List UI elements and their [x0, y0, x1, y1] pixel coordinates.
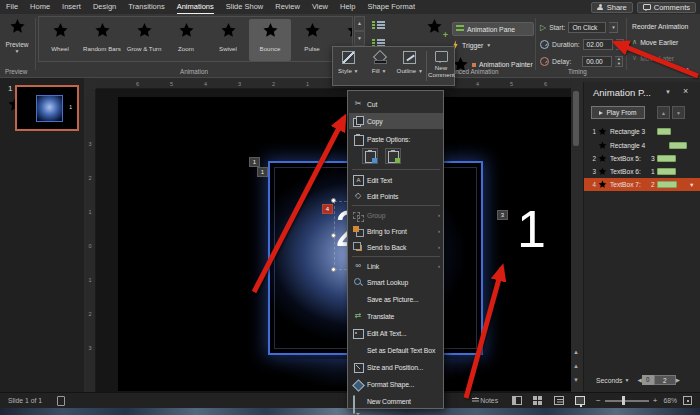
- tab-review[interactable]: Review: [269, 0, 306, 14]
- animation-item-rectangle-4[interactable]: Rectangle 4: [584, 139, 700, 152]
- slide-scrollbar[interactable]: ▲ ▲ ▼: [571, 89, 581, 392]
- selection-handle[interactable]: [331, 198, 336, 203]
- scrollbar-thumb[interactable]: [573, 91, 579, 146]
- duration-input[interactable]: 02.00: [583, 39, 613, 50]
- timeline-start[interactable]: 0: [642, 375, 654, 385]
- effect-random-bars[interactable]: Random Bars: [81, 19, 123, 61]
- seconds-dropdown[interactable]: Seconds: [596, 377, 622, 384]
- timeline-end[interactable]: 2: [654, 375, 676, 385]
- accessibility-icon[interactable]: [56, 396, 65, 405]
- menu-item-edit-alt-text[interactable]: Edit Alt Text...: [349, 325, 443, 341]
- collapse-ribbon-icon[interactable]: ∧: [685, 66, 690, 74]
- effect-swivel[interactable]: Swivel: [207, 19, 249, 61]
- menu-item-set-default-text-box[interactable]: Set as Default Text Box: [349, 342, 443, 358]
- zoom-percent[interactable]: 68%: [663, 397, 677, 404]
- next-slide-button[interactable]: ▼: [571, 377, 581, 383]
- animation-item-textbox-5[interactable]: 2 TextBox 5: 3: [584, 152, 700, 165]
- menu-item-send-to-back[interactable]: Send to Back ›: [349, 239, 443, 255]
- tab-transitions[interactable]: Transitions: [122, 0, 170, 14]
- selection-handle[interactable]: [331, 267, 336, 272]
- previous-slide-button[interactable]: ▲: [571, 363, 581, 369]
- menu-item-format-shape[interactable]: Format Shape...: [349, 376, 443, 392]
- zoom-out-icon[interactable]: −: [596, 397, 601, 405]
- tab-slide-show[interactable]: Slide Show: [220, 0, 270, 14]
- slide-sorter-view-icon[interactable]: [533, 396, 543, 405]
- menu-item-cut[interactable]: ✂ Cut: [349, 96, 443, 112]
- menu-item-size-and-position[interactable]: Size and Position...: [349, 359, 443, 375]
- zoom-slider[interactable]: [605, 400, 649, 402]
- pane-move-down-button[interactable]: ▼: [672, 106, 685, 119]
- notes-button[interactable]: Notes: [480, 397, 498, 404]
- tab-home[interactable]: Home: [24, 0, 56, 14]
- zoom-in-icon[interactable]: +: [653, 397, 658, 405]
- start-dropdown-button[interactable]: ▼: [609, 22, 618, 33]
- fill-button[interactable]: Fill ▼: [364, 47, 395, 85]
- duration-spinner[interactable]: ▲▼: [616, 39, 624, 50]
- gallery-scroll-up[interactable]: ▲: [354, 16, 365, 31]
- effect-grow-turn[interactable]: Grow & Turn: [123, 19, 165, 61]
- move-later-button[interactable]: ∨ Move Later: [632, 54, 674, 62]
- tab-insert[interactable]: Insert: [56, 0, 87, 14]
- tab-help[interactable]: Help: [334, 0, 361, 14]
- effect-pulse[interactable]: Pulse: [291, 19, 333, 61]
- tab-file[interactable]: File: [0, 0, 24, 14]
- animation-order-badge-selected: 4: [322, 204, 333, 214]
- timeline-bar[interactable]: [657, 155, 676, 162]
- menu-item-new-comment[interactable]: New Comment: [349, 393, 443, 409]
- reading-view-icon[interactable]: [554, 396, 564, 405]
- slide-thumbnail[interactable]: 1: [15, 85, 79, 131]
- selection-handle[interactable]: [331, 233, 336, 238]
- zoom-slider-thumb[interactable]: [622, 396, 625, 405]
- slide[interactable]: 1 1 4 2 3 3 1: [118, 97, 571, 391]
- menu-item-save-as-picture[interactable]: Save as Picture...: [349, 291, 443, 307]
- animation-pane-button[interactable]: Animation Pane: [452, 22, 534, 36]
- pane-move-up-button[interactable]: ▲: [657, 106, 670, 119]
- paste-keep-theme-button[interactable]: [362, 148, 378, 164]
- menu-item-smart-lookup[interactable]: Smart Lookup: [349, 274, 443, 290]
- move-earlier-button[interactable]: ∧ Move Earlier: [632, 38, 678, 46]
- paste-as-picture-button[interactable]: [385, 148, 401, 164]
- effect-options-icon[interactable]: [372, 20, 385, 30]
- fit-to-window-icon[interactable]: [683, 396, 692, 405]
- gallery-scroll-down[interactable]: ▼: [354, 31, 365, 46]
- timeline-bar[interactable]: [657, 168, 676, 175]
- slideshow-view-icon[interactable]: [575, 396, 585, 405]
- effect-bounce-selected[interactable]: Bounce: [249, 19, 291, 61]
- textbox-one[interactable]: 1: [517, 203, 546, 255]
- menu-item-translate[interactable]: ⇄ Translate: [349, 308, 443, 324]
- animation-item-textbox-6[interactable]: 3 TextBox 6: 1: [584, 165, 700, 178]
- share-button[interactable]: Share: [591, 2, 633, 13]
- pane-dropdown-icon[interactable]: ▼: [665, 89, 671, 95]
- tab-view[interactable]: View: [306, 0, 334, 14]
- menu-item-edit-points[interactable]: ◇ Edit Points: [349, 188, 443, 204]
- comments-button[interactable]: Comments: [637, 2, 696, 13]
- animation-item-rectangle-3[interactable]: 1 Rectangle 3: [584, 125, 700, 138]
- effect-zoom[interactable]: Zoom: [165, 19, 207, 61]
- preview-button[interactable]: Preview ▼: [2, 18, 32, 74]
- timeline-bar[interactable]: [657, 128, 671, 135]
- menu-item-copy[interactable]: Copy: [349, 113, 443, 129]
- menu-item-link[interactable]: ∞ Link ›: [349, 258, 443, 274]
- outline-button[interactable]: Outline ▼: [394, 47, 425, 85]
- start-select[interactable]: On Click: [568, 22, 606, 33]
- menu-item-bring-to-front[interactable]: Bring to Front ›: [349, 223, 443, 239]
- menu-item-edit-text[interactable]: Edit Text: [349, 172, 443, 188]
- timeline-bar[interactable]: [669, 142, 687, 149]
- scroll-up-icon[interactable]: ▲: [571, 349, 581, 355]
- delay-input[interactable]: 00.00: [582, 56, 612, 67]
- normal-view-icon[interactable]: [512, 396, 522, 405]
- animation-item-textbox-7-selected[interactable]: 4 TextBox 7: 2 ▼: [584, 178, 700, 191]
- new-comment-button[interactable]: New Comment: [428, 47, 454, 85]
- play-from-button[interactable]: Play From: [591, 106, 645, 119]
- row-dropdown-icon[interactable]: ▼: [689, 182, 694, 188]
- effect-wheel[interactable]: Wheel: [39, 19, 81, 61]
- tab-design[interactable]: Design: [87, 0, 122, 14]
- delay-spinner[interactable]: ▲▼: [615, 56, 623, 67]
- tab-animations[interactable]: Animations: [171, 0, 220, 14]
- tab-shape-format[interactable]: Shape Format: [361, 0, 421, 14]
- style-button[interactable]: Style ▼: [333, 47, 364, 85]
- trigger-button[interactable]: Trigger ▼: [452, 40, 491, 50]
- timeline-bar[interactable]: [657, 181, 677, 188]
- pane-close-icon[interactable]: ×: [683, 86, 688, 96]
- timeline-right-icon[interactable]: ▶: [676, 377, 680, 383]
